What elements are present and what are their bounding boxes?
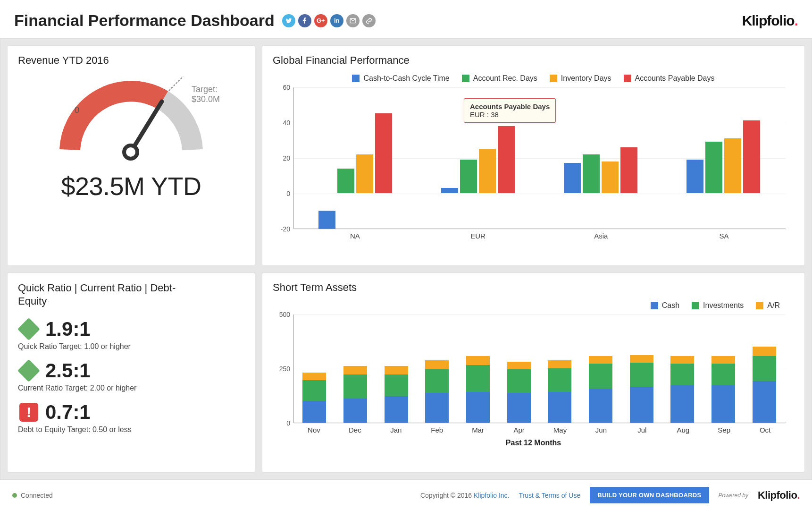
stacked-bar[interactable] (670, 356, 694, 422)
legend-item[interactable]: Inventory Days (550, 74, 611, 83)
bar-segment (507, 369, 531, 393)
legend-item[interactable]: Cash (651, 301, 679, 310)
card-title: Global Financial Performance (273, 54, 794, 67)
bar-segment (589, 364, 612, 389)
gauge-min-label: 0 (75, 105, 79, 115)
bar[interactable] (705, 142, 722, 193)
google-plus-icon[interactable]: G+ (314, 14, 327, 27)
x-tick-label: Asia (540, 232, 663, 240)
stacked-bar[interactable] (712, 356, 735, 422)
facebook-icon[interactable] (298, 14, 311, 27)
bar-segment (507, 362, 531, 369)
ratios-list: 1.9:1Quick Ratio Target: 1.00 or higher2… (18, 318, 244, 434)
stacked-bar[interactable] (507, 362, 531, 423)
bar[interactable] (724, 138, 741, 193)
footer: Connected Copyright © 2016 Klipfolio Inc… (0, 480, 812, 510)
ratio-target-text: Debt to Equity Target: 0.50 or less (18, 425, 244, 434)
global-financial-performance-card: Global Financial Performance Cash-to-Cas… (262, 45, 805, 266)
dashboard-content: Revenue YTD 2016 0 Target: $30.0M $23.5M… (0, 38, 812, 480)
y-tick-label: 20 (283, 154, 290, 162)
legend-item[interactable]: Accounts Payable Days (624, 74, 715, 83)
bar[interactable] (460, 160, 477, 193)
card-title: Short Term Assets (273, 281, 794, 294)
bar-segment (589, 356, 612, 364)
sta-legend: CashInvestmentsA/R (273, 301, 794, 310)
short-term-assets-card: Short Term Assets CashInvestmentsA/R 025… (262, 272, 805, 473)
gfp-legend: Cash-to-Cash Cycle TimeAccount Rec. Days… (273, 74, 794, 83)
y-tick-label: 40 (283, 119, 290, 127)
bar[interactable] (564, 163, 581, 193)
copyright-link[interactable]: Klipfolio Inc. (474, 492, 509, 499)
stacked-bar[interactable] (466, 356, 490, 422)
bar-segment (548, 392, 571, 422)
bar[interactable] (583, 154, 600, 194)
bar-segment (670, 385, 694, 422)
legend-item[interactable]: Investments (692, 301, 744, 310)
bar-segment (343, 399, 367, 423)
bar[interactable] (375, 113, 392, 193)
x-tick-label: Mar (458, 426, 499, 434)
x-tick-label: Aug (662, 426, 703, 434)
bar-segment (670, 356, 694, 364)
gfp-xaxis: NAEURAsiaSA (293, 232, 786, 240)
revenue-ytd-card: Revenue YTD 2016 0 Target: $30.0M $23.5M… (7, 45, 255, 266)
svg-line-1 (131, 102, 162, 152)
card-title: Quick Ratio | Current Ratio | Debt-Equit… (18, 281, 197, 308)
brand-logo: Klipfolio. (742, 13, 798, 29)
bar-segment (466, 392, 490, 422)
ratio-value: 1.9:1 (45, 318, 91, 340)
x-tick-label: Jun (580, 426, 621, 434)
stacked-bar[interactable] (302, 373, 326, 423)
twitter-icon[interactable] (282, 14, 295, 27)
ok-diamond-icon (17, 359, 40, 382)
bar-group (441, 126, 515, 194)
stacked-bar[interactable] (343, 366, 367, 423)
bar-segment (712, 364, 735, 385)
bar-segment (425, 360, 449, 369)
bar[interactable] (318, 211, 335, 229)
legend-item[interactable]: A/R (756, 301, 780, 310)
stacked-bar[interactable] (630, 355, 653, 423)
stacked-bar[interactable] (548, 360, 571, 422)
ok-diamond-icon (17, 318, 40, 340)
stacked-bar[interactable] (589, 356, 612, 422)
revenue-value: $23.5M YTD (18, 171, 244, 201)
bar[interactable] (356, 154, 373, 194)
gauge-icon (46, 74, 216, 164)
bar[interactable] (686, 160, 703, 193)
linkedin-icon[interactable]: in (330, 14, 343, 27)
y-tick-label: 60 (283, 84, 290, 91)
gauge-target-label: Target: $30.0M (192, 85, 244, 104)
link-icon[interactable] (362, 14, 376, 27)
build-dashboards-button[interactable]: BUILD YOUR OWN DASHBOARDS (590, 487, 709, 503)
bar-segment (712, 356, 735, 364)
bar[interactable] (479, 149, 496, 193)
bar-segment (753, 356, 776, 381)
bar[interactable] (602, 162, 619, 194)
x-tick-label: EUR (417, 232, 540, 240)
stacked-bar[interactable] (385, 366, 408, 423)
legend-item[interactable]: Cash-to-Cash Cycle Time (352, 74, 449, 83)
legend-item[interactable]: Account Rec. Days (462, 74, 537, 83)
ratios-card: Quick Ratio | Current Ratio | Debt-Equit… (7, 272, 255, 473)
bar[interactable] (743, 120, 760, 193)
bar[interactable] (498, 126, 515, 194)
alert-icon: ! (19, 403, 38, 422)
stacked-bar[interactable] (425, 360, 449, 422)
bar-segment (507, 393, 531, 422)
bar-segment (466, 365, 490, 392)
social-share: G+ in (282, 14, 376, 27)
bar-segment (630, 355, 653, 363)
sta-xaxis: NovDecJanFebMarAprMayJunJulAugSepOct (293, 426, 786, 434)
bar-group (686, 120, 760, 193)
x-tick-label: Nov (293, 426, 335, 434)
x-tick-label: May (540, 426, 581, 434)
bar[interactable] (441, 188, 458, 193)
terms-link[interactable]: Trust & Terms of Use (519, 492, 580, 499)
bar[interactable] (620, 147, 637, 194)
email-icon[interactable] (346, 14, 360, 27)
y-tick-label: 0 (286, 419, 290, 427)
stacked-bar[interactable] (753, 347, 776, 423)
status-indicator-icon (12, 493, 17, 498)
bar[interactable] (337, 169, 354, 194)
